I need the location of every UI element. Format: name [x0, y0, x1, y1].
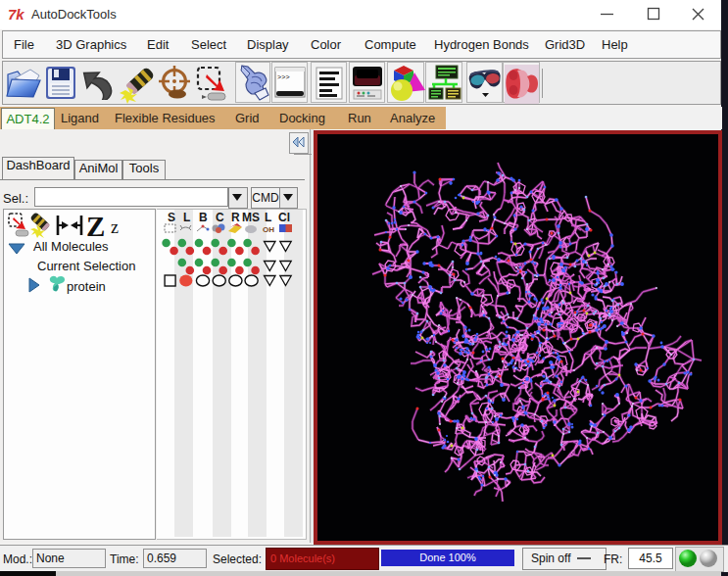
- svg-text:>>>: >>>: [277, 73, 290, 81]
- svg-text:OH: OH: [263, 225, 274, 234]
- svg-text:7k: 7k: [8, 6, 24, 23]
- svg-text:z: z: [111, 217, 119, 237]
- svg-text:Z: Z: [86, 211, 105, 240]
